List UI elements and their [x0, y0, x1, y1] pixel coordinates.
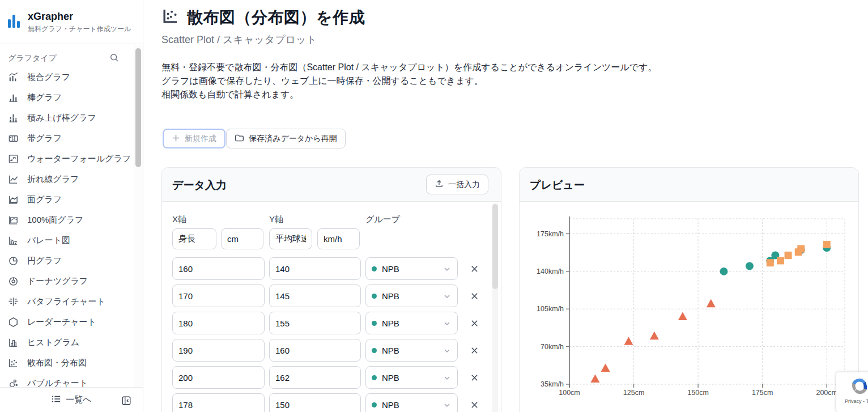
sidebar-item-label: 散布図・分布図 [27, 358, 87, 368]
sidebar-item-3[interactable]: 帯グラフ [0, 128, 134, 148]
group-color-dot [372, 321, 377, 326]
sidebar-item-0[interactable]: 複合グラフ [0, 67, 134, 87]
row-2-group-select[interactable]: NPB [365, 312, 458, 334]
sidebar-item-label: 積み上げ棒グラフ [27, 113, 96, 124]
y-tick-label: 105km/h [537, 305, 564, 313]
plus-icon [172, 134, 180, 144]
sidebar-item-7[interactable]: 100%面グラフ [0, 210, 134, 230]
sidebar-item-13[interactable]: ヒストグラム [0, 332, 134, 352]
resume-saved-data-button[interactable]: 保存済みデータから再開 [226, 129, 346, 148]
scatter-plot-icon [161, 7, 179, 25]
sidebar-item-8[interactable]: パレート図 [0, 230, 134, 250]
data-row-1: NPB [172, 284, 482, 307]
row-4-delete-button[interactable] [467, 370, 482, 385]
sidebar-item-label: レーダーチャート [27, 317, 96, 328]
row-5-y-input[interactable] [269, 393, 361, 412]
row-0-group-select[interactable]: NPB [365, 257, 458, 280]
sidebar-item-10[interactable]: ドーナツグラフ [0, 271, 134, 291]
row-5-group-select[interactable]: NPB [365, 393, 458, 412]
recaptcha-badge[interactable]: Privacy - Ter [836, 372, 868, 412]
pareto-chart-icon [8, 235, 19, 246]
row-1-x-input[interactable] [172, 284, 265, 307]
row-5-x-input[interactable] [172, 393, 265, 412]
data-input-title: データ入力 [172, 178, 227, 193]
sidebar-item-11[interactable]: バタフライチャート [0, 291, 134, 312]
row-1-group-select[interactable]: NPB [365, 284, 458, 307]
sidebar-item-label: パレート図 [27, 235, 70, 246]
x-axis-name-input[interactable] [172, 228, 216, 249]
group-select-value: NPB [382, 400, 399, 410]
bar-chart-icon [8, 92, 19, 103]
row-2-delete-button[interactable] [467, 316, 482, 330]
row-4-y-input[interactable] [269, 366, 361, 389]
data-panel-scrollbar-thumb[interactable] [492, 204, 498, 289]
row-2-y-input[interactable] [269, 312, 361, 334]
sidebar-item-14[interactable]: 散布図・分布図 [0, 352, 134, 373]
recaptcha-privacy-terms[interactable]: Privacy - Ter [836, 398, 868, 404]
point-アマチュア [601, 364, 610, 372]
x-tick-label: 175cm [752, 389, 773, 397]
description-line: 無料・登録不要で散布図・分布図（Scatter Plot / スキャッタプロット… [161, 61, 657, 74]
graph-type-list: 複合グラフ棒グラフ積み上げ棒グラフ帯グラフウォーターフォールグラフ折れ線グラフ面… [0, 67, 134, 388]
list-icon [51, 394, 61, 406]
point-MLB [767, 259, 774, 266]
area-100-chart-icon [8, 215, 19, 226]
group-color-dot [372, 266, 377, 271]
sidebar-scrollbar-thumb[interactable] [135, 48, 141, 167]
waterfall-chart-icon [8, 154, 19, 164]
y-tick-label: 70km/h [541, 343, 564, 351]
data-row-0: NPB [172, 257, 482, 280]
sidebar-item-12[interactable]: レーダーチャート [0, 312, 134, 332]
row-0-y-input[interactable] [269, 257, 361, 280]
app-logo[interactable]: xGrapher 無料グラフ・チャート作成ツール [8, 10, 131, 34]
new-create-button[interactable]: 新規作成 [163, 129, 225, 148]
data-input-panel: データ入力 一括入力 X軸 Y軸 グループ NPBNPBNPBNPBNPBNPB [161, 167, 501, 412]
row-3-x-input[interactable] [172, 339, 265, 362]
row-3-group-select[interactable]: NPB [365, 339, 458, 362]
sidebar-item-2[interactable]: 積み上げ棒グラフ [0, 108, 134, 128]
point-MLB [777, 257, 784, 264]
combo-chart-icon [8, 72, 19, 83]
sidebar-item-4[interactable]: ウォーターフォールグラフ [0, 148, 134, 169]
row-5-delete-button[interactable] [467, 397, 482, 412]
data-input-body: X軸 Y軸 グループ NPBNPBNPBNPBNPBNPB [162, 202, 501, 412]
group-color-dot [372, 294, 377, 299]
point-MLB [797, 245, 805, 253]
row-4-x-input[interactable] [172, 366, 265, 389]
app-tagline: 無料グラフ・チャート作成ツール [28, 24, 131, 34]
sidebar-item-label: ウォーターフォールグラフ [27, 154, 131, 164]
row-3-y-input[interactable] [269, 339, 361, 362]
description-line: 相関係数も自動で計算されます。 [161, 88, 657, 101]
y-axis-unit-input[interactable] [317, 228, 360, 249]
row-4-group-select[interactable]: NPB [365, 366, 458, 389]
sidebar-item-9[interactable]: 円グラフ [0, 250, 134, 271]
point-アマチュア [707, 299, 716, 308]
x-axis-unit-input[interactable] [221, 228, 263, 249]
row-1-delete-button[interactable] [467, 288, 482, 303]
sidebar-item-label: バタフライチャート [27, 296, 105, 307]
group-select-value: NPB [382, 318, 399, 328]
sidebar-item-6[interactable]: 面グラフ [0, 189, 134, 210]
sidebar-item-1[interactable]: 棒グラフ [0, 87, 134, 108]
row-0-x-input[interactable] [172, 257, 265, 280]
sidebar-divider [0, 44, 143, 44]
bulk-input-button[interactable]: 一括入力 [426, 175, 488, 194]
row-1-y-input[interactable] [269, 284, 361, 307]
radar-chart-icon [8, 317, 19, 328]
search-icon[interactable] [109, 53, 120, 63]
description-line: グラフは画像で保存したり、ウェブ上に一時保存・公開することもできます。 [161, 74, 657, 88]
x-tick-label: 100cm [559, 389, 580, 397]
collapse-sidebar-icon[interactable] [121, 396, 131, 406]
row-3-delete-button[interactable] [467, 343, 482, 358]
row-2-x-input[interactable] [172, 312, 265, 334]
resume-saved-data-label: 保存済みデータから再開 [249, 134, 337, 144]
chevron-down-icon [442, 292, 452, 301]
app-name: xGrapher [28, 10, 131, 23]
sidebar-item-5[interactable]: 折れ線グラフ [0, 169, 134, 189]
row-0-delete-button[interactable] [467, 261, 482, 276]
scatter-chart: 35km/h70km/h105km/h140km/h175km/h100cm12… [520, 202, 858, 412]
y-axis-name-input[interactable] [269, 228, 312, 249]
sidebar-item-15[interactable]: バブルチャート [0, 373, 134, 388]
histogram-chart-icon [8, 337, 19, 348]
sidebar-item-all-list[interactable]: 一覧へ [51, 394, 91, 406]
